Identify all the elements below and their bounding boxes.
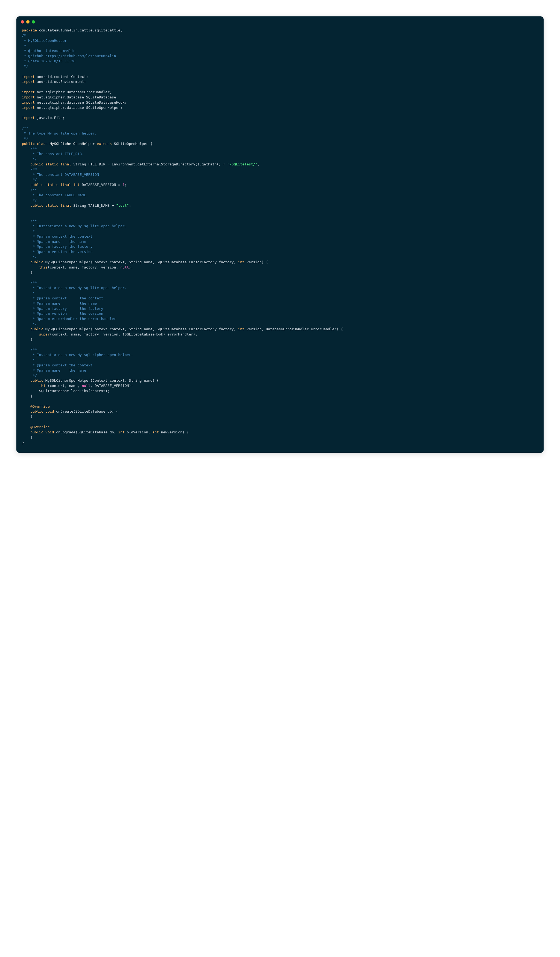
comment: * [22,44,26,48]
semicolon: ; [129,204,131,207]
comment: /** [22,126,28,130]
comment: * [22,229,35,233]
kw-public: public [30,260,43,264]
kw-public: public [30,204,43,207]
brace: } [30,415,33,418]
kw-super: super [39,332,50,336]
kw-final: final [60,204,71,207]
kw-import: import [22,116,35,120]
brace: } [30,435,33,439]
eq: = [112,204,114,207]
comment: * The constant DATABASE_VERSION. [22,172,101,177]
call-end: , DATABASE_VERSION); [90,384,133,388]
type-string: String [73,204,86,207]
call: SQLiteDatabase.loadLibs(context); [39,389,110,393]
kw-public: public [30,327,43,331]
null-literal: null [120,265,129,269]
super-class: SQLiteOpenHelper [114,142,148,146]
ctor-name: MySQLCipherOpenHelper [46,260,90,264]
comment: */ [22,374,37,377]
kw-import: import [22,95,35,99]
method-name: onCreate [56,409,73,414]
comment: */ [22,177,37,182]
comment: * @param factory the factory [22,306,103,311]
comment: * The constant FILE_DIR. [22,152,84,156]
brace: { [150,142,153,146]
call-end: ); [129,265,133,269]
params: (Context context, String name, SQLiteDat… [90,260,238,264]
maximize-icon[interactable] [32,20,35,24]
kw-public: public [30,183,43,187]
semicolon: ; [125,183,127,187]
comment: * Instantiates a new My sq lite open hel… [22,224,127,228]
params: (SQLiteDatabase db, [76,430,118,434]
kw-import: import [22,75,35,79]
kw-final: final [60,183,71,187]
kw-public: public [30,409,43,414]
call: (context, name, factory, version, [47,265,120,269]
ctor-name: MySQLCipherOpenHelper [46,327,90,331]
comment: */ [22,136,28,141]
comment: /** [22,219,37,223]
code-block: package com.lateautumn4lin.cattle.sqlite… [16,25,544,453]
comment: */ [22,198,37,202]
import: net.sqlcipher.DatabaseErrorHandler; [37,90,112,94]
comment: * @param name the name [22,240,86,244]
params: (Context context, String name, SQLiteDat… [90,327,238,331]
params: oldVersion, [125,430,153,434]
type-int: int [238,327,245,331]
comment: * @param factory the factory [22,245,92,248]
comment: * @param version the version [22,311,103,316]
params: (SQLiteDatabase db) { [73,409,118,414]
comment: /** [22,347,37,352]
comment: * @github https://github.com/lateautumn4… [22,54,116,58]
comment: * [22,291,35,295]
kw-package: package [22,28,37,32]
params: version, DatabaseErrorHandler errorHandl… [245,327,343,331]
kw-extends: extends [97,142,112,146]
package-name: com.lateautumn4lin.cattle.sqliteCattle; [39,28,123,32]
close-icon[interactable] [21,20,24,24]
type-string: String [73,162,86,166]
window-titlebar [16,16,544,25]
kw-public: public [30,378,43,382]
comment: */ [22,322,37,326]
comment: * @date 2020/10/15 11:26 [22,59,76,63]
brace: } [30,394,33,398]
code-window: package com.lateautumn4lin.cattle.sqlite… [16,16,544,453]
type-int: int [73,183,80,187]
import: net.sqlcipher.database.SQLiteDatabase; [37,95,118,99]
eq: = [107,162,110,166]
comment: * Instantiates a new My sql cipher open … [22,353,133,357]
kw-this: this [39,265,47,269]
comment: * Instantiates a new My sq lite open hel… [22,286,127,290]
ctor-name: MySQLCipherOpenHelper [46,378,90,382]
kw-class: class [37,142,47,146]
comment: * @param version the version [22,250,92,254]
comment: * [22,358,35,362]
comment: * @param context the context [22,363,92,367]
kw-import: import [22,100,35,104]
comment: * The type My sq lite open helper. [22,131,97,135]
brace: } [30,270,33,275]
comment: /** [22,147,37,151]
comment: * @param errorHandler the error handler [22,317,116,321]
params: newVersion) { [159,430,189,434]
minimize-icon[interactable] [26,20,30,24]
kw-void: void [46,409,54,414]
call: (context, name, [47,384,82,388]
string-literal: "/SQLiteTest/" [227,162,257,166]
annotation: @Override [30,404,49,409]
const-name: TABLE_NAME [88,204,110,207]
comment: * @author lateautumn4lin [22,49,76,53]
kw-this: this [39,384,47,388]
comment: /** [22,167,37,171]
kw-import: import [22,90,35,94]
call: (context, name, factory, version, (SQLit… [50,332,197,336]
kw-public: public [30,162,43,166]
brace: } [22,441,24,445]
comment: */ [22,157,37,161]
const-name: FILE_DIR [88,162,106,166]
number-literal: 1 [123,183,125,187]
comment: */ [22,64,28,68]
